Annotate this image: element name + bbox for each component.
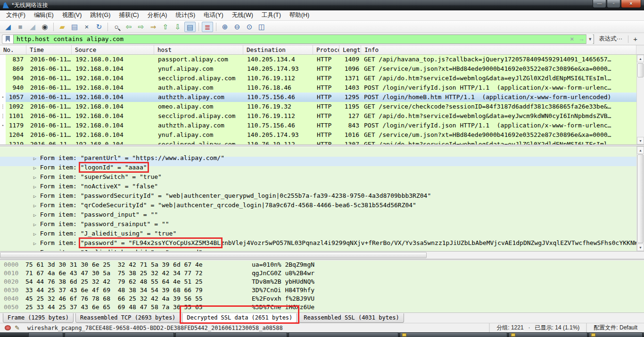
menu-analyze[interactable]: 分析(A) bbox=[143, 10, 172, 20]
expand-triangle-icon[interactable]: ▷ bbox=[33, 184, 40, 189]
colorize-icon[interactable]: ≣ bbox=[202, 22, 213, 32]
menu-help[interactable]: 帮助(H) bbox=[285, 10, 314, 20]
scroll-up-icon[interactable]: ▲ bbox=[637, 55, 644, 62]
toolbar-separator[interactable] bbox=[216, 23, 216, 31]
add-filter-button[interactable]: + bbox=[629, 35, 641, 43]
column-header-host[interactable]: host bbox=[154, 45, 243, 54]
menu-tools[interactable]: 工具(T) bbox=[257, 10, 285, 20]
filter-apply-icon[interactable]: → bbox=[577, 35, 586, 42]
column-header-source[interactable]: Source bbox=[72, 45, 154, 54]
hex-row[interactable]: 0020 54 44 76 38 6d 25 32 42 79 62 48 55… bbox=[0, 278, 644, 286]
minimize-button[interactable]: — bbox=[593, 0, 606, 8]
column-header-length[interactable]: Length bbox=[339, 45, 361, 54]
menu-statistics[interactable]: 统计(S) bbox=[171, 10, 199, 20]
expand-triangle-icon[interactable]: ▷ bbox=[33, 156, 40, 161]
go-to-top-icon[interactable]: ⇧ bbox=[160, 22, 171, 32]
scrollbar-thumb[interactable] bbox=[637, 154, 644, 243]
tab-reassembled-ssl[interactable]: Reassembled SSL (4031 bytes) bbox=[299, 313, 404, 323]
zoom-out-icon[interactable]: ⊖ bbox=[231, 22, 243, 32]
expression-button[interactable]: 表达式··· bbox=[594, 35, 627, 43]
taskbar-button[interactable] bbox=[28, 332, 63, 337]
column-header-time[interactable]: Time bbox=[26, 45, 72, 54]
expand-triangle-icon[interactable]: ▷ bbox=[33, 165, 40, 170]
menu-capture[interactable]: 捕获(C) bbox=[115, 10, 143, 20]
packet-row[interactable]: 869 2016-06-11… 192.168.0.104 ynuf.alipa… bbox=[0, 64, 636, 74]
zoom-in-icon[interactable]: ⊕ bbox=[219, 22, 231, 32]
taskbar-button[interactable] bbox=[509, 332, 587, 337]
scrollbar-track[interactable] bbox=[637, 62, 644, 137]
close-button[interactable]: × bbox=[621, 0, 641, 8]
column-header-no[interactable]: No. bbox=[0, 45, 26, 54]
go-to-bottom-icon[interactable]: ⇩ bbox=[172, 22, 183, 32]
packet-row[interactable]: 1204 2016-06-11… 192.168.0.104 ynuf.alip… bbox=[0, 130, 636, 140]
expand-triangle-icon[interactable]: ▷ bbox=[33, 194, 40, 199]
expand-triangle-icon[interactable]: ▷ bbox=[33, 250, 40, 251]
toolbar-separator[interactable] bbox=[198, 23, 199, 31]
packet-row[interactable]: 837 2016-06-11… 192.168.0.104 passport.a… bbox=[0, 55, 636, 64]
packet-row[interactable]: • 1057 2016-06-11… 192.168.0.104 authzth… bbox=[0, 93, 636, 102]
expand-triangle-icon[interactable]: ▷ bbox=[33, 241, 40, 246]
packet-row[interactable]: 940 2016-06-11… 192.168.0.104 auth.alipa… bbox=[0, 83, 636, 93]
toolbar-separator[interactable] bbox=[53, 23, 54, 31]
taskbar-button[interactable] bbox=[589, 332, 643, 337]
taskbar-button[interactable] bbox=[65, 332, 173, 337]
taskbar-button[interactable] bbox=[289, 332, 398, 337]
resize-columns-icon[interactable]: ◫ bbox=[256, 22, 267, 32]
expert-info-icon[interactable] bbox=[5, 325, 11, 330]
column-header-destination[interactable]: Destination bbox=[243, 45, 313, 54]
restart-capture-icon[interactable]: ◢ bbox=[27, 22, 38, 32]
hex-row[interactable]: 0010 71 67 4a 6e 43 47 30 5a 75 38 25 32… bbox=[0, 270, 644, 278]
scroll-up-icon[interactable]: ▲ bbox=[637, 146, 644, 154]
go-forward-icon[interactable]: ⇨ bbox=[135, 22, 147, 32]
filter-clear-icon[interactable]: × bbox=[567, 35, 577, 42]
expand-triangle-icon[interactable]: ▷ bbox=[33, 222, 40, 227]
details-scrollbar[interactable]: ▲ ▼ bbox=[636, 146, 644, 251]
start-capture-icon[interactable]: ◢ bbox=[2, 22, 14, 32]
filter-dropdown-icon[interactable]: ▼ bbox=[586, 34, 594, 44]
column-header-info[interactable]: Info bbox=[361, 45, 636, 54]
display-filter-input[interactable] bbox=[14, 35, 567, 42]
capture-comment-icon[interactable]: ✎ bbox=[15, 324, 20, 331]
hex-row[interactable]: 0000 75 61 3d 30 31 30 6e 25 32 42 71 5a… bbox=[0, 261, 644, 270]
menu-view[interactable]: 视图(V) bbox=[58, 10, 86, 20]
hex-row[interactable]: 0030 33 44 25 37 43 6e 4f 69 48 38 34 54… bbox=[0, 286, 644, 295]
expand-triangle-icon[interactable]: ▷ bbox=[33, 212, 40, 218]
stop-capture-icon[interactable]: ■ bbox=[15, 22, 26, 32]
expand-triangle-icon[interactable]: ▷ bbox=[33, 203, 40, 208]
packet-row[interactable]: ┆ 1101 2016-06-11… 192.168.0.104 secclip… bbox=[0, 111, 636, 121]
close-file-icon[interactable]: × bbox=[81, 22, 92, 32]
capture-options-icon[interactable]: ◉ bbox=[39, 22, 50, 32]
hex-row[interactable]: 0040 45 25 32 46 6f 76 78 68 66 25 32 42… bbox=[0, 295, 644, 303]
details-horizontal-scrollbar[interactable] bbox=[0, 252, 644, 259]
tab-reassembled-tcp[interactable]: Reassembled TCP (2693 bytes) bbox=[75, 313, 180, 323]
packet-row[interactable]: ┆ 1092 2016-06-11… 192.168.0.104 omeo.al… bbox=[0, 102, 636, 111]
reload-file-icon[interactable]: ↻ bbox=[93, 22, 105, 32]
scroll-down-icon[interactable]: ▼ bbox=[637, 244, 644, 251]
menu-wireless[interactable]: 无线(W) bbox=[228, 10, 257, 20]
filter-bookmark-button[interactable] bbox=[2, 34, 13, 44]
scroll-down-icon[interactable]: ▼ bbox=[637, 137, 644, 144]
hex-row[interactable]: 0050 25 33 44 25 37 43 6e 65 69 48 47 58… bbox=[0, 303, 644, 312]
packet-row[interactable]: • 1179 2016-06-11… 192.168.0.104 authzth… bbox=[0, 121, 636, 130]
column-header-protocol[interactable]: Protocol bbox=[313, 45, 339, 54]
auto-scroll-icon[interactable]: ▤ bbox=[184, 22, 196, 32]
scrollbar-thumb[interactable] bbox=[637, 63, 644, 77]
taskbar-button[interactable] bbox=[175, 332, 287, 337]
form-item-row[interactable]: ▷Form item: "parentUrl" = "https://www.a… bbox=[0, 147, 636, 157]
taskbar-button[interactable] bbox=[400, 332, 507, 337]
toolbar-separator[interactable] bbox=[107, 23, 108, 31]
scrollbar-track[interactable] bbox=[637, 154, 644, 244]
packet-row[interactable]: 1219 2016-06-11… 192.168.0.104 secclipro… bbox=[0, 140, 636, 144]
profile-indicator[interactable]: 配置文件: Default bbox=[586, 323, 644, 332]
tab-decrypted-ssl[interactable]: Decrypted SSL data (2651 bytes) bbox=[182, 313, 297, 323]
go-back-icon[interactable]: ⇦ bbox=[123, 22, 134, 32]
tab-frame[interactable]: Frame (1295 bytes) bbox=[3, 313, 74, 323]
packet-row[interactable]: 904 2016-06-11… 192.168.0.104 seccliprod… bbox=[0, 74, 636, 83]
scrollbar-thumb[interactable] bbox=[0, 252, 427, 258]
expand-triangle-icon[interactable]: ▷ bbox=[33, 231, 40, 236]
save-file-icon[interactable]: ▤ bbox=[69, 22, 80, 32]
menu-edit[interactable]: 编辑(E) bbox=[30, 10, 58, 20]
expand-triangle-icon[interactable]: ▷ bbox=[33, 175, 40, 180]
menu-telephony[interactable]: 电话(Y) bbox=[199, 10, 228, 20]
menu-file[interactable]: 文件(F) bbox=[2, 10, 30, 20]
